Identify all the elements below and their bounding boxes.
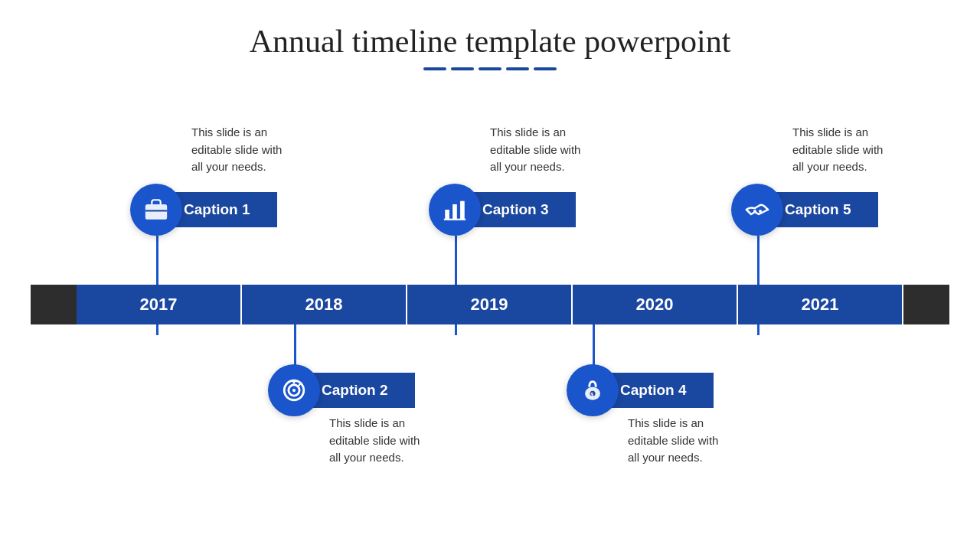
svg-line-12 xyxy=(299,383,302,386)
svg-point-6 xyxy=(753,210,756,213)
dec-dash-5 xyxy=(534,67,557,70)
svg-rect-0 xyxy=(145,204,167,220)
title-section: Annual timeline template powerpoint xyxy=(250,23,731,70)
item4-icon: $ xyxy=(567,364,619,416)
item4-caption: Caption 4 xyxy=(606,373,714,408)
item2-desc: This slide is aneditable slide withall y… xyxy=(329,415,452,467)
svg-rect-4 xyxy=(460,201,465,220)
item1-icon xyxy=(130,184,182,236)
bar-year-2019: 2019 xyxy=(407,285,573,324)
svg-text:$: $ xyxy=(590,392,593,398)
bar-year-2017: 2017 xyxy=(77,285,242,324)
bar-dark-left xyxy=(31,285,77,324)
item3-caption: Caption 3 xyxy=(469,192,576,227)
item5-desc: This slide is aneditable slide withall y… xyxy=(792,124,915,176)
bar-dark-right xyxy=(903,285,949,324)
item1-desc: This slide is aneditable slide withall y… xyxy=(191,124,314,176)
bar-year-2018: 2018 xyxy=(242,285,407,324)
dec-dash-2 xyxy=(451,67,474,70)
item3-desc: This slide is aneditable slide withall y… xyxy=(490,124,612,176)
item2-icon xyxy=(268,364,320,416)
slide: Annual timeline template powerpoint This… xyxy=(0,0,980,551)
bar-year-2021: 2021 xyxy=(738,285,903,324)
dec-dash-1 xyxy=(423,67,446,70)
bar-year-2020: 2020 xyxy=(573,285,738,324)
item5-caption: Caption 5 xyxy=(771,192,878,227)
svg-point-7 xyxy=(759,210,762,213)
item5-icon xyxy=(731,184,783,236)
item1-caption: Caption 1 xyxy=(170,192,277,227)
svg-rect-2 xyxy=(445,210,449,220)
title-decoration xyxy=(250,67,731,70)
dec-dash-4 xyxy=(506,67,529,70)
item2-caption: Caption 2 xyxy=(308,373,415,408)
svg-point-10 xyxy=(292,389,296,392)
main-title: Annual timeline template powerpoint xyxy=(250,23,731,60)
svg-rect-3 xyxy=(452,204,457,220)
item4-desc: This slide is aneditable slide withall y… xyxy=(628,415,750,467)
timeline-bar: 2017 2018 2019 2020 2021 xyxy=(31,285,949,324)
item3-icon xyxy=(429,184,481,236)
dec-dash-3 xyxy=(479,67,501,70)
